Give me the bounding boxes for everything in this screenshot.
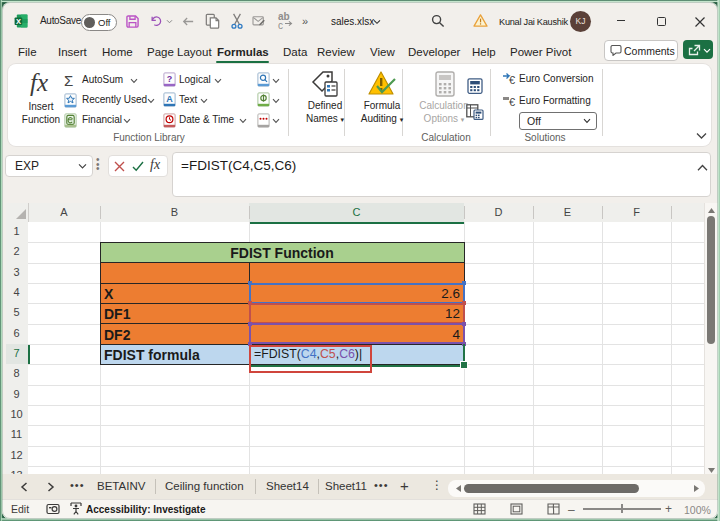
svg-text:A: A xyxy=(166,94,173,104)
svg-text:X: X xyxy=(16,17,21,26)
svg-text:€: € xyxy=(509,74,515,85)
svg-text:?: ? xyxy=(167,74,173,84)
svg-text:€: € xyxy=(509,96,515,107)
